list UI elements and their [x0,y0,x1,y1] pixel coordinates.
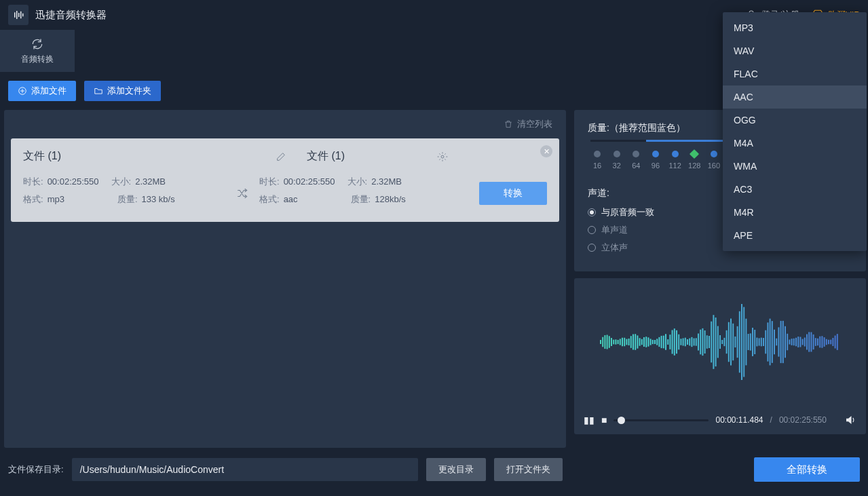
close-icon[interactable]: ✕ [540,145,552,157]
bottom-bar: 文件保存目录: /Users/hudun/Music/AudioConvert … [0,448,868,491]
clear-list-button[interactable]: 清空列表 [4,110,566,138]
quality-stop-112[interactable]: 112 [666,151,685,170]
pause-icon[interactable]: ▮▮ [584,415,595,425]
convert-button[interactable]: 转换 [479,182,547,205]
format-option-m4a[interactable]: M4A [723,132,867,155]
format-option-aac[interactable]: AAC [723,85,867,109]
change-dir-button[interactable]: 更改目录 [426,458,486,481]
svg-point-9 [441,155,444,158]
src-info: 时长:00:02:25:550大小:2.32MB 格式:mp3质量:133 kb… [23,176,227,211]
dst-info: 时长:00:02:25:550大小:2.32MB 格式:aac质量:128kb/… [259,176,436,211]
convert-all-button[interactable]: 全部转换 [754,457,860,482]
add-folder-button[interactable]: 添加文件夹 [84,81,161,101]
format-option-wav[interactable]: WAV [723,39,867,62]
app-logo-icon [8,5,29,25]
quality-stop-16[interactable]: 16 [588,151,607,170]
preview-panel: ▮▮ ■ 00:00:11.484 / 00:02:25:550 [574,278,866,434]
format-option-mp3[interactable]: MP3 [723,16,867,39]
progress-bar[interactable] [614,419,709,421]
save-path-field[interactable]: /Users/hudun/Music/AudioConvert [72,458,418,481]
file-item: ✕ 文件 (1) 文件 (1) 时长:00:02:25:550大小:2.32MB… [11,138,559,222]
quality-stop-64[interactable]: 64 [626,151,645,170]
swap-icon[interactable] [236,187,250,199]
quality-stop-96[interactable]: 96 [646,151,665,170]
file-list-panel: 清空列表 ✕ 文件 (1) 文件 (1) 时长:00:02:25:550大小:2… [4,110,566,448]
time-current: 00:00:11.484 [715,415,763,425]
time-sep: / [770,415,772,425]
format-option-m4r[interactable]: M4R [723,201,867,224]
time-total: 00:02:25:550 [779,415,827,425]
volume-icon[interactable] [844,414,856,426]
save-dir-label: 文件保存目录: [8,463,64,476]
refresh-icon [31,37,44,51]
format-option-wma[interactable]: WMA [723,155,867,178]
trash-icon [504,119,513,129]
edit-icon[interactable] [276,151,286,162]
format-option-ogg[interactable]: OGG [723,109,867,132]
tab-label: 音频转换 [21,54,54,65]
tab-audio-convert[interactable]: 音频转换 [0,30,75,72]
folder-icon [94,86,103,96]
quality-stop-32[interactable]: 32 [607,151,626,170]
stop-icon[interactable]: ■ [601,415,607,425]
format-option-flac[interactable]: FLAC [723,62,867,85]
waveform [574,278,866,406]
dst-filename: 文件 (1) [307,149,422,164]
format-option-ac3[interactable]: AC3 [723,178,867,201]
app-logo: 迅捷音频转换器 [8,5,107,25]
add-file-button[interactable]: 添加文件 [8,81,76,101]
format-option-ape[interactable]: APE [723,224,867,247]
src-filename: 文件 (1) [23,149,267,164]
open-folder-button[interactable]: 打开文件夹 [494,458,563,481]
plus-circle-icon [18,86,27,96]
app-title: 迅捷音频转换器 [35,9,107,22]
player-controls: ▮▮ ■ 00:00:11.484 / 00:02:25:550 [574,406,866,434]
quality-stop-160[interactable]: 160 [704,151,723,170]
format-dropdown[interactable]: MP3WAVFLACAACOGGM4AWMAAC3M4RAPE [723,12,867,251]
quality-stop-128[interactable]: 128 [685,151,704,170]
gear-icon[interactable] [437,151,448,162]
